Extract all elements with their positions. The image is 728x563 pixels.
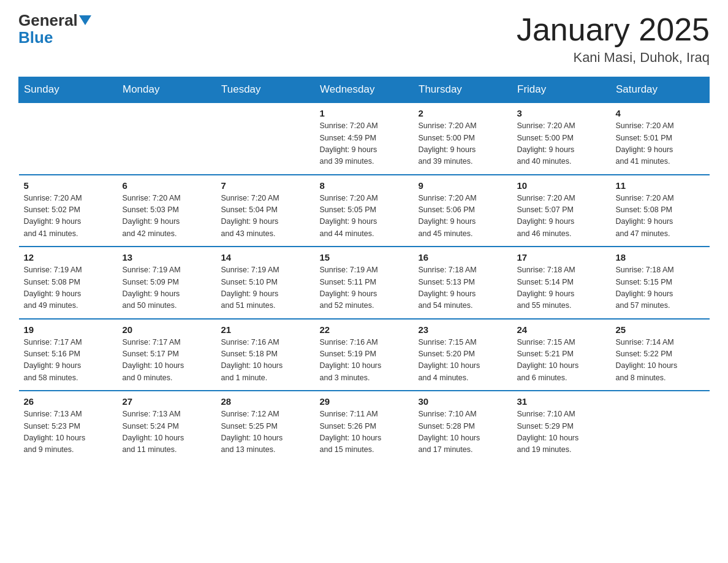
calendar-cell: 25Sunrise: 7:14 AMSunset: 5:22 PMDayligh… xyxy=(611,319,710,391)
day-header-friday: Friday xyxy=(512,77,611,103)
calendar-cell xyxy=(19,102,118,175)
logo-blue-text: Blue xyxy=(18,28,53,47)
day-number: 24 xyxy=(517,324,606,335)
day-info: Sunrise: 7:20 AMSunset: 5:04 PMDaylight:… xyxy=(221,193,310,240)
calendar-body: 1Sunrise: 7:20 AMSunset: 4:59 PMDaylight… xyxy=(19,102,710,462)
day-info: Sunrise: 7:18 AMSunset: 5:13 PMDaylight:… xyxy=(419,264,507,312)
day-number: 2 xyxy=(419,108,507,118)
day-number: 5 xyxy=(24,180,113,191)
day-number: 15 xyxy=(320,252,409,262)
calendar-cell: 29Sunrise: 7:11 AMSunset: 5:26 PMDayligh… xyxy=(315,391,414,462)
day-info: Sunrise: 7:20 AMSunset: 5:05 PMDaylight:… xyxy=(320,193,409,240)
calendar-cell: 13Sunrise: 7:19 AMSunset: 5:09 PMDayligh… xyxy=(118,247,216,319)
day-number: 25 xyxy=(616,324,705,335)
week-row-3: 12Sunrise: 7:19 AMSunset: 5:08 PMDayligh… xyxy=(19,247,710,319)
day-header-wednesday: Wednesday xyxy=(315,77,414,103)
calendar-cell: 22Sunrise: 7:16 AMSunset: 5:19 PMDayligh… xyxy=(315,319,414,391)
day-number: 17 xyxy=(517,252,606,262)
day-number: 3 xyxy=(517,108,606,118)
logo-triangle-icon xyxy=(79,15,91,25)
day-number: 7 xyxy=(221,180,310,191)
calendar-cell: 24Sunrise: 7:15 AMSunset: 5:21 PMDayligh… xyxy=(512,319,611,391)
day-info: Sunrise: 7:19 AMSunset: 5:09 PMDaylight:… xyxy=(123,264,211,312)
calendar-cell: 14Sunrise: 7:19 AMSunset: 5:10 PMDayligh… xyxy=(216,247,315,319)
week-row-4: 19Sunrise: 7:17 AMSunset: 5:16 PMDayligh… xyxy=(19,319,710,391)
day-info: Sunrise: 7:19 AMSunset: 5:10 PMDaylight:… xyxy=(221,264,310,312)
logo: General Blue xyxy=(18,12,93,47)
calendar-subtitle: Kani Masi, Duhok, Iraq xyxy=(517,50,710,66)
calendar-cell: 9Sunrise: 7:20 AMSunset: 5:06 PMDaylight… xyxy=(414,175,512,247)
calendar-cell: 8Sunrise: 7:20 AMSunset: 5:05 PMDaylight… xyxy=(315,175,414,247)
day-info: Sunrise: 7:20 AMSunset: 5:07 PMDaylight:… xyxy=(517,193,606,240)
day-info: Sunrise: 7:12 AMSunset: 5:25 PMDaylight:… xyxy=(221,408,310,456)
week-row-5: 26Sunrise: 7:13 AMSunset: 5:23 PMDayligh… xyxy=(19,391,710,462)
day-number: 29 xyxy=(320,396,409,407)
day-number: 10 xyxy=(517,180,606,191)
calendar-cell: 3Sunrise: 7:20 AMSunset: 5:00 PMDaylight… xyxy=(512,102,611,175)
day-info: Sunrise: 7:19 AMSunset: 5:11 PMDaylight:… xyxy=(320,264,409,312)
calendar-cell: 12Sunrise: 7:19 AMSunset: 5:08 PMDayligh… xyxy=(19,247,118,319)
calendar-cell: 26Sunrise: 7:13 AMSunset: 5:23 PMDayligh… xyxy=(19,391,118,462)
day-number: 16 xyxy=(419,252,507,262)
calendar-cell: 5Sunrise: 7:20 AMSunset: 5:02 PMDaylight… xyxy=(19,175,118,247)
day-number: 28 xyxy=(221,396,310,407)
day-info: Sunrise: 7:18 AMSunset: 5:15 PMDaylight:… xyxy=(616,264,705,312)
calendar-cell: 17Sunrise: 7:18 AMSunset: 5:14 PMDayligh… xyxy=(512,247,611,319)
day-header-monday: Monday xyxy=(118,77,216,103)
day-header-saturday: Saturday xyxy=(611,77,710,103)
day-number: 22 xyxy=(320,324,409,335)
day-info: Sunrise: 7:20 AMSunset: 4:59 PMDaylight:… xyxy=(320,120,409,168)
day-info: Sunrise: 7:16 AMSunset: 5:19 PMDaylight:… xyxy=(320,337,409,385)
day-number: 11 xyxy=(616,180,705,191)
day-number: 21 xyxy=(221,324,310,335)
day-number: 31 xyxy=(517,396,606,407)
day-info: Sunrise: 7:14 AMSunset: 5:22 PMDaylight:… xyxy=(616,337,705,385)
day-header-tuesday: Tuesday xyxy=(216,77,315,103)
day-info: Sunrise: 7:20 AMSunset: 5:08 PMDaylight:… xyxy=(616,193,705,240)
calendar-cell: 18Sunrise: 7:18 AMSunset: 5:15 PMDayligh… xyxy=(611,247,710,319)
calendar-cell: 20Sunrise: 7:17 AMSunset: 5:17 PMDayligh… xyxy=(118,319,216,391)
day-header-sunday: Sunday xyxy=(19,77,118,103)
calendar-cell xyxy=(216,102,315,175)
calendar-cell: 10Sunrise: 7:20 AMSunset: 5:07 PMDayligh… xyxy=(512,175,611,247)
calendar-header: SundayMondayTuesdayWednesdayThursdayFrid… xyxy=(19,77,710,103)
calendar-cell: 7Sunrise: 7:20 AMSunset: 5:04 PMDaylight… xyxy=(216,175,315,247)
calendar-cell: 15Sunrise: 7:19 AMSunset: 5:11 PMDayligh… xyxy=(315,247,414,319)
calendar-cell: 1Sunrise: 7:20 AMSunset: 4:59 PMDaylight… xyxy=(315,102,414,175)
day-info: Sunrise: 7:20 AMSunset: 5:00 PMDaylight:… xyxy=(419,120,507,168)
week-row-2: 5Sunrise: 7:20 AMSunset: 5:02 PMDaylight… xyxy=(19,175,710,247)
calendar-cell: 31Sunrise: 7:10 AMSunset: 5:29 PMDayligh… xyxy=(512,391,611,462)
day-info: Sunrise: 7:15 AMSunset: 5:20 PMDaylight:… xyxy=(419,337,507,385)
day-number: 6 xyxy=(123,180,211,191)
calendar-cell xyxy=(611,391,710,462)
day-header-thursday: Thursday xyxy=(414,77,512,103)
day-info: Sunrise: 7:19 AMSunset: 5:08 PMDaylight:… xyxy=(24,264,113,312)
day-info: Sunrise: 7:17 AMSunset: 5:17 PMDaylight:… xyxy=(123,337,211,385)
day-number: 14 xyxy=(221,252,310,262)
title-block: January 2025 Kani Masi, Duhok, Iraq xyxy=(517,12,710,66)
day-number: 4 xyxy=(616,108,705,118)
day-info: Sunrise: 7:20 AMSunset: 5:01 PMDaylight:… xyxy=(616,120,705,168)
day-info: Sunrise: 7:18 AMSunset: 5:14 PMDaylight:… xyxy=(517,264,606,312)
day-number: 9 xyxy=(419,180,507,191)
day-number: 13 xyxy=(123,252,211,262)
day-info: Sunrise: 7:20 AMSunset: 5:06 PMDaylight:… xyxy=(419,193,507,240)
calendar-cell: 21Sunrise: 7:16 AMSunset: 5:18 PMDayligh… xyxy=(216,319,315,391)
week-row-1: 1Sunrise: 7:20 AMSunset: 4:59 PMDaylight… xyxy=(19,102,710,175)
calendar-table: SundayMondayTuesdayWednesdayThursdayFrid… xyxy=(18,77,710,462)
calendar-cell: 28Sunrise: 7:12 AMSunset: 5:25 PMDayligh… xyxy=(216,391,315,462)
day-number: 20 xyxy=(123,324,211,335)
day-number: 19 xyxy=(24,324,113,335)
calendar-cell: 30Sunrise: 7:10 AMSunset: 5:28 PMDayligh… xyxy=(414,391,512,462)
calendar-cell: 23Sunrise: 7:15 AMSunset: 5:20 PMDayligh… xyxy=(414,319,512,391)
calendar-title: January 2025 xyxy=(517,12,710,47)
day-number: 27 xyxy=(123,396,211,407)
day-info: Sunrise: 7:10 AMSunset: 5:29 PMDaylight:… xyxy=(517,408,606,456)
calendar-cell xyxy=(118,102,216,175)
day-number: 18 xyxy=(616,252,705,262)
logo-general-text: General xyxy=(18,12,78,28)
calendar-cell: 4Sunrise: 7:20 AMSunset: 5:01 PMDaylight… xyxy=(611,102,710,175)
day-info: Sunrise: 7:20 AMSunset: 5:02 PMDaylight:… xyxy=(24,193,113,240)
page-header: General Blue January 2025 Kani Masi, Duh… xyxy=(18,12,710,66)
day-info: Sunrise: 7:13 AMSunset: 5:24 PMDaylight:… xyxy=(123,408,211,456)
